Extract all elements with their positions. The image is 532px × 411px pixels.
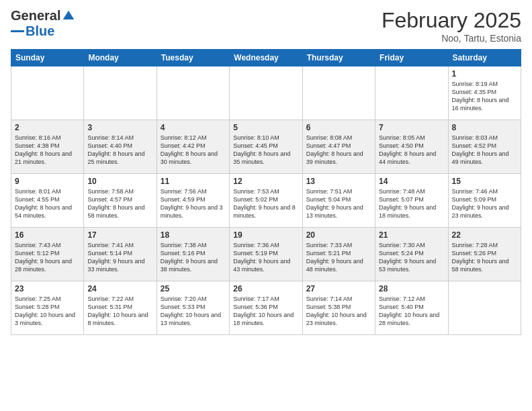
day-number: 7: [379, 123, 444, 132]
day-info: Sunrise: 7:38 AM Sunset: 5:16 PM Dayligh…: [161, 241, 226, 274]
table-row: [302, 66, 375, 120]
day-number: 18: [161, 230, 226, 240]
table-row: 12Sunrise: 7:53 AM Sunset: 5:02 PM Dayli…: [230, 174, 302, 228]
day-info: Sunrise: 7:12 AM Sunset: 5:40 PM Dayligh…: [379, 295, 444, 328]
day-info: Sunrise: 7:53 AM Sunset: 5:02 PM Dayligh…: [233, 187, 298, 220]
table-row: 3Sunrise: 8:14 AM Sunset: 4:40 PM Daylig…: [84, 120, 157, 174]
day-info: Sunrise: 7:58 AM Sunset: 4:57 PM Dayligh…: [87, 187, 152, 220]
logo-general-text: General: [11, 8, 60, 24]
calendar-week-row: 23Sunrise: 7:25 AM Sunset: 5:28 PM Dayli…: [11, 281, 521, 335]
day-info: Sunrise: 8:10 AM Sunset: 4:45 PM Dayligh…: [233, 134, 298, 167]
day-info: Sunrise: 7:30 AM Sunset: 5:24 PM Dayligh…: [379, 241, 444, 274]
table-row: 27Sunrise: 7:14 AM Sunset: 5:38 PM Dayli…: [302, 281, 375, 335]
table-row: 7Sunrise: 8:05 AM Sunset: 4:50 PM Daylig…: [375, 120, 448, 174]
header-tuesday: Tuesday: [157, 50, 229, 66]
day-number: 12: [233, 177, 298, 186]
day-info: Sunrise: 7:14 AM Sunset: 5:38 PM Dayligh…: [306, 295, 371, 328]
table-row: 14Sunrise: 7:48 AM Sunset: 5:07 PM Dayli…: [375, 174, 448, 228]
day-info: Sunrise: 7:41 AM Sunset: 5:14 PM Dayligh…: [87, 241, 152, 274]
day-info: Sunrise: 8:08 AM Sunset: 4:47 PM Dayligh…: [306, 134, 371, 167]
table-row: 19Sunrise: 7:36 AM Sunset: 5:19 PM Dayli…: [230, 228, 302, 281]
table-row: 8Sunrise: 8:03 AM Sunset: 4:52 PM Daylig…: [448, 120, 521, 174]
table-row: [11, 66, 84, 120]
day-number: 4: [161, 123, 226, 132]
day-number: 20: [306, 230, 371, 240]
table-row: 18Sunrise: 7:38 AM Sunset: 5:16 PM Dayli…: [157, 228, 229, 281]
header: General Blue February 2025 Noo, Tartu, E…: [11, 8, 521, 44]
table-row: [375, 66, 448, 120]
header-friday: Friday: [375, 50, 448, 66]
day-number: 9: [15, 177, 80, 186]
calendar-week-row: 16Sunrise: 7:43 AM Sunset: 5:12 PM Dayli…: [11, 228, 521, 281]
table-row: [448, 281, 521, 335]
day-info: Sunrise: 8:19 AM Sunset: 4:35 PM Dayligh…: [452, 80, 517, 113]
day-info: Sunrise: 7:51 AM Sunset: 5:04 PM Dayligh…: [306, 187, 371, 220]
calendar-week-row: 2Sunrise: 8:16 AM Sunset: 4:38 PM Daylig…: [11, 120, 521, 174]
table-row: 25Sunrise: 7:20 AM Sunset: 5:33 PM Dayli…: [157, 281, 229, 335]
table-row: 13Sunrise: 7:51 AM Sunset: 5:04 PM Dayli…: [302, 174, 375, 228]
day-number: 2: [15, 123, 80, 132]
title-block: February 2025 Noo, Tartu, Estonia: [382, 8, 521, 44]
calendar-table: Sunday Monday Tuesday Wednesday Thursday…: [11, 49, 521, 335]
table-row: 16Sunrise: 7:43 AM Sunset: 5:12 PM Dayli…: [11, 228, 84, 281]
day-info: Sunrise: 7:48 AM Sunset: 5:07 PM Dayligh…: [379, 187, 444, 220]
table-row: 21Sunrise: 7:30 AM Sunset: 5:24 PM Dayli…: [375, 228, 448, 281]
day-number: 21: [379, 230, 444, 240]
table-row: 22Sunrise: 7:28 AM Sunset: 5:26 PM Dayli…: [448, 228, 521, 281]
table-row: [230, 66, 302, 120]
day-info: Sunrise: 8:03 AM Sunset: 4:52 PM Dayligh…: [452, 134, 517, 167]
day-number: 28: [379, 284, 444, 293]
day-info: Sunrise: 8:01 AM Sunset: 4:55 PM Dayligh…: [15, 187, 80, 220]
day-info: Sunrise: 7:56 AM Sunset: 4:59 PM Dayligh…: [161, 187, 226, 220]
month-title: February 2025: [382, 8, 521, 33]
subtitle: Noo, Tartu, Estonia: [382, 33, 521, 44]
day-info: Sunrise: 7:25 AM Sunset: 5:28 PM Dayligh…: [15, 295, 80, 328]
day-info: Sunrise: 7:17 AM Sunset: 5:36 PM Dayligh…: [233, 295, 298, 328]
day-number: 25: [161, 284, 226, 293]
day-number: 27: [306, 284, 371, 293]
day-number: 19: [233, 230, 298, 240]
table-row: 4Sunrise: 8:12 AM Sunset: 4:42 PM Daylig…: [157, 120, 229, 174]
calendar-week-row: 1Sunrise: 8:19 AM Sunset: 4:35 PM Daylig…: [11, 66, 521, 120]
table-row: 5Sunrise: 8:10 AM Sunset: 4:45 PM Daylig…: [230, 120, 302, 174]
day-number: 23: [15, 284, 80, 293]
day-info: Sunrise: 7:22 AM Sunset: 5:31 PM Dayligh…: [87, 295, 152, 328]
svg-marker-0: [63, 10, 75, 19]
day-number: 15: [452, 177, 517, 186]
day-number: 11: [161, 177, 226, 186]
calendar-header-row: Sunday Monday Tuesday Wednesday Thursday…: [11, 50, 521, 66]
day-info: Sunrise: 7:43 AM Sunset: 5:12 PM Dayligh…: [15, 241, 80, 274]
logo: General Blue: [11, 8, 75, 39]
header-monday: Monday: [84, 50, 157, 66]
day-info: Sunrise: 8:12 AM Sunset: 4:42 PM Dayligh…: [161, 134, 226, 167]
day-number: 10: [87, 177, 152, 186]
day-number: 17: [87, 230, 152, 240]
day-info: Sunrise: 8:05 AM Sunset: 4:50 PM Dayligh…: [379, 134, 444, 167]
table-row: 17Sunrise: 7:41 AM Sunset: 5:14 PM Dayli…: [84, 228, 157, 281]
table-row: 24Sunrise: 7:22 AM Sunset: 5:31 PM Dayli…: [84, 281, 157, 335]
table-row: 6Sunrise: 8:08 AM Sunset: 4:47 PM Daylig…: [302, 120, 375, 174]
table-row: [84, 66, 157, 120]
header-wednesday: Wednesday: [230, 50, 302, 66]
table-row: 11Sunrise: 7:56 AM Sunset: 4:59 PM Dayli…: [157, 174, 229, 228]
table-row: 10Sunrise: 7:58 AM Sunset: 4:57 PM Dayli…: [84, 174, 157, 228]
day-number: 13: [306, 177, 371, 186]
header-sunday: Sunday: [11, 50, 84, 66]
day-info: Sunrise: 8:14 AM Sunset: 4:40 PM Dayligh…: [87, 134, 152, 167]
header-saturday: Saturday: [448, 50, 521, 66]
page-container: General Blue February 2025 Noo, Tartu, E…: [0, 0, 532, 340]
table-row: 15Sunrise: 7:46 AM Sunset: 5:09 PM Dayli…: [448, 174, 521, 228]
day-number: 8: [452, 123, 517, 132]
day-info: Sunrise: 7:20 AM Sunset: 5:33 PM Dayligh…: [161, 295, 226, 328]
table-row: 20Sunrise: 7:33 AM Sunset: 5:21 PM Dayli…: [302, 228, 375, 281]
day-number: 24: [87, 284, 152, 293]
day-info: Sunrise: 7:36 AM Sunset: 5:19 PM Dayligh…: [233, 241, 298, 274]
day-info: Sunrise: 7:28 AM Sunset: 5:26 PM Dayligh…: [452, 241, 517, 274]
day-number: 22: [452, 230, 517, 240]
table-row: [157, 66, 229, 120]
day-number: 26: [233, 284, 298, 293]
day-number: 16: [15, 230, 80, 240]
calendar-week-row: 9Sunrise: 8:01 AM Sunset: 4:55 PM Daylig…: [11, 174, 521, 228]
day-info: Sunrise: 7:46 AM Sunset: 5:09 PM Dayligh…: [452, 187, 517, 220]
table-row: 26Sunrise: 7:17 AM Sunset: 5:36 PM Dayli…: [230, 281, 302, 335]
